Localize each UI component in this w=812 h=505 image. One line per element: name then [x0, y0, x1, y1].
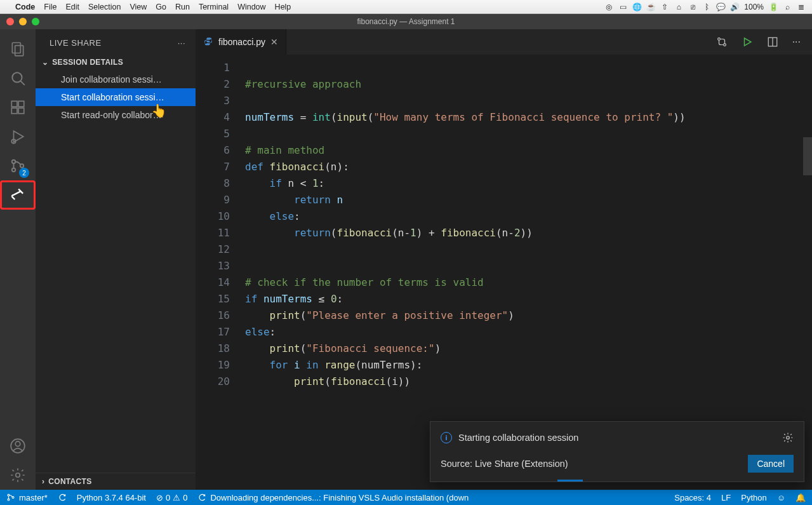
session-details-label: SESSION DETAILS	[52, 58, 123, 67]
scm-badge: 2	[19, 168, 29, 178]
menu-go[interactable]: Go	[156, 3, 166, 11]
menu-edit[interactable]: Edit	[65, 3, 79, 11]
svg-point-15	[16, 473, 20, 478]
settings-gear-icon[interactable]	[0, 461, 36, 490]
feedback-icon[interactable]: ☺	[777, 493, 785, 502]
menu-terminal[interactable]: Terminal	[199, 3, 229, 11]
svg-point-24	[12, 497, 14, 499]
search-icon[interactable]	[0, 64, 36, 93]
extensions-icon[interactable]	[0, 93, 36, 122]
background-task[interactable]: Downloading dependencies...: Finishing V…	[197, 493, 469, 502]
svg-point-17	[723, 44, 726, 46]
accounts-icon[interactable]	[0, 431, 36, 461]
svg-line-3	[20, 81, 25, 84]
status-icon[interactable]: 💬	[716, 3, 725, 11]
compare-changes-icon[interactable]	[716, 36, 728, 48]
session-details-header[interactable]: ⌄ SESSION DETAILS	[36, 54, 196, 71]
menu-file[interactable]: File	[44, 3, 57, 11]
svg-marker-18	[744, 38, 751, 46]
join-session-item[interactable]: Join collaboration sessi…	[36, 71, 196, 88]
close-window-icon[interactable]	[6, 18, 14, 25]
volume-icon[interactable]: 🔊	[730, 3, 739, 11]
indent-status[interactable]: Spaces: 4	[674, 493, 711, 502]
explorer-icon[interactable]	[0, 34, 36, 64]
status-icon[interactable]: ⌂	[674, 3, 683, 11]
cancel-button[interactable]: Cancel	[748, 455, 794, 473]
menu-view[interactable]: View	[130, 3, 147, 11]
zoom-window-icon[interactable]	[32, 18, 39, 25]
editor-tabbar: fibonacci.py ✕ ···	[196, 29, 812, 55]
run-file-icon[interactable]	[742, 36, 753, 48]
svg-rect-0	[12, 43, 20, 53]
toast-source: Source: Live Share (Extension)	[441, 459, 568, 469]
python-file-icon	[203, 37, 213, 47]
svg-point-2	[12, 72, 22, 82]
start-session-item[interactable]: Start collaboration sessi…	[36, 88, 196, 106]
battery-icon[interactable]: 🔋	[769, 3, 778, 11]
python-interpreter[interactable]: Python 3.7.4 64-bit	[77, 493, 146, 502]
svg-point-21	[787, 436, 790, 440]
menu-run[interactable]: Run	[175, 3, 190, 11]
menu-window[interactable]: Window	[237, 3, 265, 11]
svg-rect-6	[11, 108, 17, 114]
control-center-icon[interactable]: ≣	[797, 3, 806, 11]
svg-rect-1	[15, 46, 23, 56]
sidebar-more-icon[interactable]: ···	[178, 38, 185, 48]
status-icon[interactable]: ◎	[604, 3, 613, 11]
progress-indicator	[557, 480, 583, 481]
sidebar-title: LIVE SHARE	[50, 38, 102, 48]
svg-rect-4	[11, 101, 17, 107]
problems[interactable]: ⊘0 ⚠0	[156, 493, 187, 502]
svg-point-11	[12, 168, 15, 172]
menu-selection[interactable]: Selection	[88, 3, 121, 11]
live-share-icon[interactable]	[0, 180, 36, 210]
macos-menubar: Code File Edit Selection View Go Run Ter…	[0, 0, 812, 14]
status-bar: master* Python 3.7.4 64-bit ⊘0 ⚠0 Downlo…	[0, 490, 812, 505]
spotlight-icon[interactable]: ⌕	[783, 3, 792, 11]
notification-toast: i Starting collaboration session Source:…	[430, 421, 804, 482]
source-control-icon[interactable]: 2	[0, 151, 36, 180]
bluetooth-icon[interactable]: ᛒ	[702, 3, 711, 11]
sync-icon[interactable]	[58, 493, 67, 502]
svg-point-22	[8, 494, 10, 496]
app-name-menu[interactable]: Code	[15, 3, 35, 11]
status-icon[interactable]: 🌐	[632, 3, 641, 11]
status-icon[interactable]: ⎚	[688, 3, 697, 11]
tab-fibonacci[interactable]: fibonacci.py ✕	[196, 29, 286, 55]
start-readonly-session-item[interactable]: Start read-only collabor…	[36, 106, 196, 124]
traffic-lights[interactable]	[0, 18, 39, 25]
toast-title: Starting collaboration session	[458, 433, 578, 443]
notifications-bell-icon[interactable]: 🔔	[795, 493, 806, 502]
window-titlebar: fibonacci.py — Assignment 1	[0, 14, 812, 29]
activity-bar: 2	[0, 29, 36, 490]
info-icon: i	[441, 432, 452, 443]
language-mode[interactable]: Python	[741, 493, 766, 502]
status-icon[interactable]: ⇧	[660, 3, 669, 11]
window-title: fibonacci.py — Assignment 1	[357, 17, 455, 26]
line-gutter: 1234567891011121314151617181920	[196, 55, 240, 490]
battery-percent: 100%	[744, 3, 764, 11]
toast-settings-icon[interactable]	[782, 432, 794, 443]
svg-rect-5	[18, 101, 24, 107]
minimap[interactable]	[803, 55, 812, 490]
menu-help[interactable]: Help	[275, 3, 291, 11]
status-icon[interactable]: ▭	[618, 3, 627, 11]
run-debug-icon[interactable]	[0, 122, 36, 151]
minimize-window-icon[interactable]	[19, 18, 27, 25]
split-editor-icon[interactable]	[767, 36, 778, 48]
svg-point-23	[8, 499, 10, 501]
contacts-header[interactable]: › CONTACTS	[36, 473, 196, 490]
git-branch[interactable]: master*	[6, 493, 48, 502]
svg-point-16	[717, 38, 720, 41]
svg-rect-7	[18, 108, 24, 114]
chevron-right-icon: ›	[42, 477, 44, 486]
svg-point-14	[15, 441, 20, 447]
live-share-sidebar: LIVE SHARE ··· ⌄ SESSION DETAILS Join co…	[36, 29, 196, 490]
status-icon[interactable]: ☕	[646, 3, 655, 11]
svg-point-10	[12, 160, 15, 163]
eol-status[interactable]: LF	[721, 493, 731, 502]
contacts-label: CONTACTS	[48, 477, 91, 486]
close-tab-icon[interactable]: ✕	[270, 37, 278, 47]
chevron-down-icon: ⌄	[42, 58, 48, 67]
editor-more-icon[interactable]: ···	[792, 36, 801, 48]
